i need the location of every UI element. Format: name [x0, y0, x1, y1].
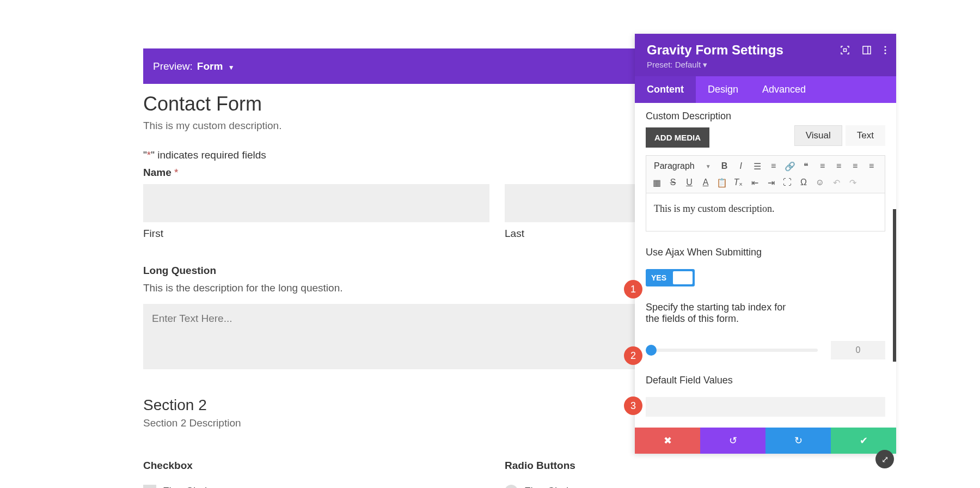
clear-format-icon[interactable]: Tₓ: [731, 175, 745, 190]
svg-rect-0: [844, 49, 847, 52]
default-values-label: Default Field Values: [646, 375, 885, 386]
align-left-icon[interactable]: ≡: [816, 159, 830, 173]
align-center-icon[interactable]: ≡: [832, 159, 846, 173]
link-icon[interactable]: 🔗: [783, 159, 797, 173]
bold-icon[interactable]: B: [718, 159, 732, 173]
svg-rect-1: [863, 46, 871, 54]
caret-down-icon: ▼: [228, 64, 235, 71]
panel-footer: ✖ ↺ ↻ ✔: [635, 428, 896, 454]
badge-1: 1: [624, 280, 642, 298]
undo-icon[interactable]: ↶: [829, 175, 843, 190]
align-justify-icon[interactable]: ≡: [865, 159, 879, 173]
badge-2: 2: [624, 346, 642, 365]
focus-icon[interactable]: [841, 46, 849, 54]
table-icon[interactable]: ▦: [650, 175, 664, 190]
fullscreen-icon[interactable]: ⛶: [780, 175, 794, 190]
preview-mode-text: Form: [197, 60, 223, 72]
svg-point-5: [884, 52, 886, 54]
checkbox-choice-1[interactable]: First Choice: [143, 485, 489, 488]
outdent-icon[interactable]: ⇤: [748, 175, 762, 190]
editor-toolbar: Paragraph▼ B I ☰ ≡ 🔗 ❝ ≡ ≡ ≡ ≡ ▦ S U A 📋…: [646, 155, 885, 193]
checkbox-field-label: Checkbox: [143, 460, 489, 472]
radio-choice-1[interactable]: First Choice: [505, 485, 851, 488]
preview-label: Preview:: [153, 60, 193, 72]
paragraph-select[interactable]: Paragraph▼: [650, 159, 715, 173]
undo-button[interactable]: ↺: [700, 428, 765, 454]
tabindex-label: Specify the starting tab index for the f…: [646, 302, 787, 325]
number-list-icon[interactable]: ≡: [767, 159, 781, 173]
badge-3: 3: [624, 396, 642, 415]
underline-icon[interactable]: U: [682, 175, 696, 190]
scrollbar[interactable]: [893, 209, 896, 362]
quote-icon[interactable]: ❝: [799, 159, 813, 173]
bullet-list-icon[interactable]: ☰: [750, 159, 764, 173]
panel-header: Gravity Form Settings Preset: Default ▾: [635, 34, 896, 76]
strikethrough-icon[interactable]: S: [666, 175, 680, 190]
caret-down-icon: ▼: [706, 163, 711, 169]
cancel-button[interactable]: ✖: [635, 428, 700, 454]
add-media-button[interactable]: ADD MEDIA: [646, 127, 709, 148]
redo-button[interactable]: ↻: [765, 428, 831, 454]
panel-body: Custom Description ADD MEDIA Visual Text…: [635, 103, 896, 428]
toggle-knob: [673, 271, 693, 284]
indent-icon[interactable]: ⇥: [764, 175, 778, 190]
tab-content[interactable]: Content: [635, 76, 696, 103]
ajax-label: Use Ajax When Submitting: [646, 247, 885, 258]
preview-mode-select[interactable]: Form ▼: [197, 60, 235, 72]
radio-icon: [505, 485, 518, 488]
settings-tabs: Content Design Advanced: [635, 76, 896, 103]
svg-point-3: [884, 46, 886, 47]
panel-layout-icon[interactable]: [862, 46, 871, 54]
svg-point-4: [884, 49, 886, 51]
radio-field-label: Radio Buttons: [505, 460, 851, 472]
text-color-icon[interactable]: A: [699, 175, 713, 190]
editor-content[interactable]: This is my custom description.: [646, 193, 885, 231]
italic-icon[interactable]: I: [734, 159, 748, 173]
tabindex-slider[interactable]: [646, 349, 818, 352]
settings-panel: Gravity Form Settings Preset: Default ▾ …: [635, 34, 896, 454]
first-sublabel: First: [143, 228, 489, 240]
special-char-icon[interactable]: Ω: [797, 175, 811, 190]
first-name-input[interactable]: [143, 184, 489, 222]
expand-fab[interactable]: ⤢: [875, 450, 894, 468]
emoji-icon[interactable]: ☺: [813, 175, 827, 190]
editor-tab-text[interactable]: Text: [846, 125, 885, 146]
custom-description-label: Custom Description: [646, 111, 885, 122]
paste-icon[interactable]: 📋: [715, 175, 729, 190]
tab-design[interactable]: Design: [696, 76, 750, 103]
preset-select[interactable]: Preset: Default ▾: [647, 60, 884, 70]
slider-thumb[interactable]: [646, 345, 657, 356]
tab-advanced[interactable]: Advanced: [750, 76, 818, 103]
more-icon[interactable]: [884, 46, 886, 54]
redo-icon[interactable]: ↷: [846, 175, 860, 190]
ajax-toggle[interactable]: YES: [646, 269, 695, 286]
align-right-icon[interactable]: ≡: [848, 159, 862, 173]
checkbox-icon: [143, 485, 156, 488]
tabindex-value-input[interactable]: [831, 341, 885, 359]
default-values-input[interactable]: [646, 397, 885, 417]
editor-tab-visual[interactable]: Visual: [794, 125, 842, 146]
